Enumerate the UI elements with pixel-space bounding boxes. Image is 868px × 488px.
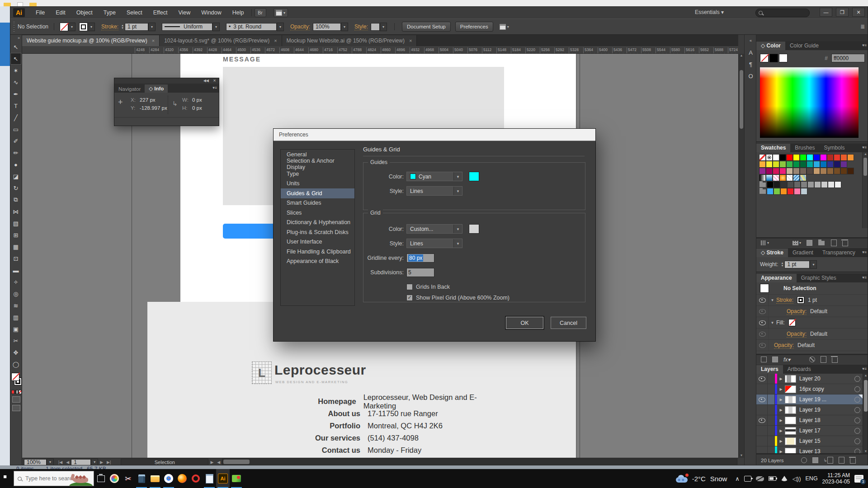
rectangle-tool[interactable]: ▭ bbox=[10, 123, 21, 135]
mesh-tool[interactable]: ⊡ bbox=[10, 253, 21, 264]
stroke-panel-link[interactable]: Stroke: bbox=[101, 23, 118, 30]
opera-icon[interactable] bbox=[189, 469, 203, 488]
swatch[interactable] bbox=[759, 168, 766, 174]
layer-target-cell[interactable] bbox=[852, 428, 863, 434]
delete-swatch-icon[interactable] bbox=[842, 241, 848, 246]
preferences-button[interactable]: Preferences bbox=[455, 22, 493, 32]
preferences-category[interactable]: User Interface bbox=[281, 237, 354, 247]
weight-stepper[interactable]: ▲▼ bbox=[781, 262, 783, 267]
layer-thumbnail[interactable] bbox=[785, 437, 796, 445]
swatch[interactable] bbox=[827, 168, 834, 174]
layer-visibility-cell[interactable] bbox=[756, 426, 768, 436]
tab-transparency[interactable]: Transparency bbox=[818, 249, 860, 257]
paintbrush-tool[interactable]: ✐ bbox=[10, 135, 21, 147]
swatch[interactable] bbox=[820, 154, 827, 161]
hidden-icons-chevron[interactable]: ∧ bbox=[735, 475, 740, 482]
layer-lock-cell[interactable] bbox=[768, 384, 775, 394]
swatch[interactable] bbox=[828, 181, 835, 188]
layer-visibility-cell[interactable] bbox=[756, 405, 768, 415]
artboard-dropdown[interactable]: ▾ bbox=[91, 459, 98, 466]
language-indicator[interactable]: ENG bbox=[806, 475, 818, 482]
collapse-panel-icon[interactable]: ◀◀ bbox=[203, 79, 209, 83]
opacity-field[interactable]: 100% bbox=[313, 23, 341, 31]
taskbar-search[interactable] bbox=[14, 471, 94, 486]
layer-expand-icon[interactable]: ▶ bbox=[777, 398, 785, 402]
swatch[interactable] bbox=[780, 181, 787, 188]
document-tab[interactable]: Mockup New Website.ai @ 150% (RGB/Previe… bbox=[282, 35, 417, 46]
shape-builder-tool[interactable]: ⊞ bbox=[10, 229, 21, 241]
selection-tool[interactable]: ↖ bbox=[10, 41, 21, 53]
expand-icon[interactable]: ▼ bbox=[769, 298, 776, 302]
drag-grip[interactable] bbox=[13, 22, 15, 32]
preferences-category[interactable]: Smart Guides bbox=[281, 198, 354, 208]
none-mode-button[interactable] bbox=[19, 390, 22, 394]
align-options-button[interactable]: ▾ bbox=[500, 24, 509, 30]
swatch[interactable] bbox=[847, 154, 854, 161]
style-field[interactable] bbox=[371, 23, 380, 31]
tab-close-icon[interactable]: × bbox=[409, 38, 412, 43]
collapse-toolbar-icon[interactable]: » bbox=[10, 35, 22, 41]
file-explorer-icon[interactable] bbox=[148, 469, 162, 488]
gradient-tool[interactable]: ▬ bbox=[10, 264, 21, 276]
layer-name[interactable]: Layer 15 bbox=[796, 438, 852, 444]
tab-navigator[interactable]: Navigator bbox=[114, 85, 145, 93]
close-panel-icon[interactable]: ✕ bbox=[213, 79, 216, 83]
layer-target-cell[interactable] bbox=[852, 438, 863, 444]
width-profile-dropdown[interactable]: ▾ bbox=[212, 23, 220, 31]
swatch[interactable] bbox=[800, 154, 807, 161]
scroll-down-icon[interactable]: ▼ bbox=[863, 450, 868, 453]
tab-close-icon[interactable]: × bbox=[274, 38, 277, 43]
first-artboard-icon[interactable]: |◀ bbox=[58, 460, 62, 465]
document-tab[interactable]: Website guide mockup.ai @ 100% (RGB/Prev… bbox=[22, 35, 160, 46]
scale-tool[interactable]: ⧉ bbox=[10, 194, 21, 206]
stroke-swatch[interactable] bbox=[797, 296, 804, 304]
pattern-swatch[interactable] bbox=[793, 174, 800, 181]
locate-object-icon[interactable] bbox=[801, 457, 807, 463]
swatch[interactable] bbox=[773, 161, 779, 168]
stroke-color-dropdown[interactable]: ▾ bbox=[88, 23, 95, 31]
app-search-box[interactable] bbox=[755, 9, 810, 17]
swatch[interactable] bbox=[786, 168, 793, 174]
tab-graphic-styles[interactable]: Graphic Styles bbox=[797, 274, 841, 282]
visibility-eye-icon[interactable] bbox=[759, 320, 766, 325]
layer-name[interactable]: Layer 13 bbox=[796, 448, 852, 454]
layer-expand-icon[interactable]: ▶ bbox=[777, 450, 785, 454]
scroll-down-icon[interactable]: ▼ bbox=[739, 454, 744, 457]
grids-in-back-checkbox[interactable] bbox=[406, 284, 413, 290]
style-dropdown[interactable]: ▾ bbox=[380, 23, 387, 31]
opacity-dropdown[interactable]: ▾ bbox=[341, 23, 348, 31]
swatch[interactable] bbox=[800, 161, 807, 168]
layer-row[interactable]: ▶ Layer 18 bbox=[756, 415, 863, 426]
layer-lock-cell[interactable] bbox=[768, 436, 775, 446]
menu-item[interactable]: Help bbox=[228, 8, 249, 17]
lasso-tool[interactable]: ∿ bbox=[10, 76, 21, 88]
layer-target-cell[interactable] bbox=[852, 449, 863, 455]
layer-name[interactable]: Layer 19 bbox=[796, 407, 852, 413]
layer-visibility-cell[interactable] bbox=[756, 415, 768, 425]
swatch[interactable] bbox=[773, 168, 779, 174]
swatch[interactable] bbox=[834, 168, 840, 174]
layer-target-cell[interactable] bbox=[852, 418, 863, 423]
swatch[interactable] bbox=[794, 188, 801, 195]
maximize-button[interactable]: ❐ bbox=[836, 8, 849, 17]
bridge-button[interactable]: Br bbox=[255, 8, 266, 17]
task-view-button[interactable] bbox=[94, 469, 108, 488]
artwork-tagline-text[interactable]: WEB DESIGN AND E-MARKETING bbox=[275, 380, 348, 384]
layer-row[interactable]: ▶ Layer 19 bbox=[756, 405, 863, 415]
swatch[interactable] bbox=[807, 154, 813, 161]
menu-item[interactable]: File bbox=[31, 8, 49, 17]
swatch[interactable] bbox=[834, 154, 840, 161]
panel-menu-icon[interactable]: ▾≡ bbox=[862, 250, 867, 254]
layer-thumbnail[interactable] bbox=[785, 427, 796, 435]
artwork-footer-row[interactable]: Contact us Monday - Friday bbox=[225, 444, 505, 456]
clock[interactable]: 11:25 AM 2023-04-05 bbox=[822, 472, 850, 485]
stroke-color-swatch[interactable] bbox=[79, 23, 88, 31]
new-swatch-icon[interactable] bbox=[831, 239, 837, 246]
pattern-swatch[interactable] bbox=[800, 174, 807, 181]
swatch[interactable] bbox=[766, 154, 773, 161]
swatch[interactable] bbox=[793, 154, 800, 161]
visibility-eye-icon[interactable] bbox=[759, 309, 766, 314]
pattern-swatch[interactable] bbox=[786, 174, 793, 181]
layer-row[interactable]: ▶ Layer 17 bbox=[756, 426, 863, 436]
volume-icon[interactable]: ◁)) bbox=[793, 475, 801, 482]
